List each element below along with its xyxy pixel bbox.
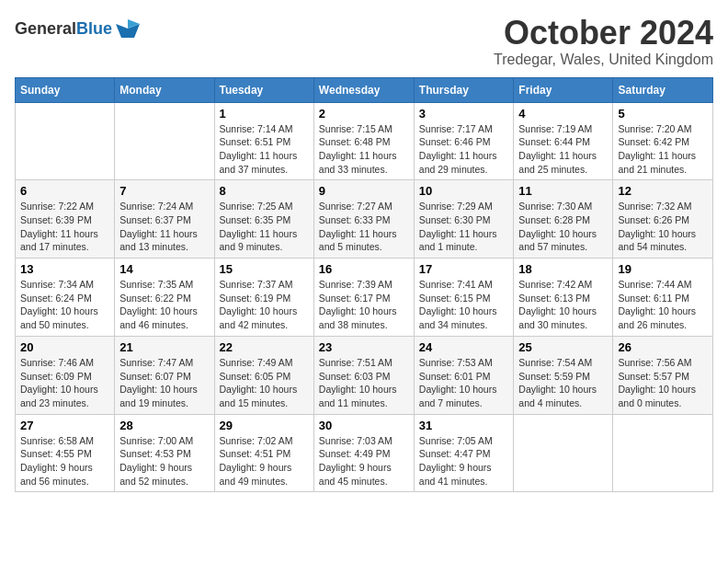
day-info: Sunrise: 7:51 AMSunset: 6:03 PMDaylight:… bbox=[319, 356, 409, 410]
day-info: Sunrise: 6:58 AMSunset: 4:55 PMDaylight:… bbox=[20, 434, 109, 488]
day-number: 28 bbox=[119, 419, 209, 432]
calendar-cell: 18Sunrise: 7:42 AMSunset: 6:13 PMDayligh… bbox=[514, 259, 613, 337]
day-info: Sunrise: 7:19 AMSunset: 6:44 PMDaylight:… bbox=[518, 122, 608, 177]
day-number: 27 bbox=[20, 419, 109, 432]
calendar-week-row: 27Sunrise: 6:58 AMSunset: 4:55 PMDayligh… bbox=[16, 414, 713, 492]
calendar-cell: 26Sunrise: 7:56 AMSunset: 5:57 PMDayligh… bbox=[613, 336, 713, 414]
calendar-cell: 14Sunrise: 7:35 AMSunset: 6:22 PMDayligh… bbox=[115, 259, 214, 337]
day-info: Sunrise: 7:32 AMSunset: 6:26 PMDaylight:… bbox=[618, 200, 708, 254]
day-info: Sunrise: 7:46 AMSunset: 6:09 PMDaylight:… bbox=[20, 356, 109, 410]
day-number: 25 bbox=[518, 340, 608, 354]
day-number: 30 bbox=[319, 419, 409, 432]
day-number: 12 bbox=[618, 184, 708, 198]
day-number: 9 bbox=[319, 184, 409, 198]
calendar-cell: 31Sunrise: 7:05 AMSunset: 4:47 PMDayligh… bbox=[414, 414, 514, 492]
day-info: Sunrise: 7:49 AMSunset: 6:05 PMDaylight:… bbox=[220, 356, 309, 410]
calendar-cell: 24Sunrise: 7:53 AMSunset: 6:01 PMDayligh… bbox=[414, 336, 514, 414]
day-info: Sunrise: 7:54 AMSunset: 5:59 PMDaylight:… bbox=[518, 356, 608, 410]
logo-blue: Blue bbox=[76, 19, 112, 38]
day-number: 31 bbox=[419, 419, 509, 432]
calendar-week-row: 1Sunrise: 7:14 AMSunset: 6:51 PMDaylight… bbox=[16, 102, 713, 180]
day-number: 23 bbox=[319, 340, 409, 354]
calendar-header-friday: Friday bbox=[514, 77, 613, 102]
calendar-cell: 3Sunrise: 7:17 AMSunset: 6:46 PMDaylight… bbox=[414, 102, 514, 180]
day-info: Sunrise: 7:47 AMSunset: 6:07 PMDaylight:… bbox=[119, 356, 209, 410]
calendar-week-row: 20Sunrise: 7:46 AMSunset: 6:09 PMDayligh… bbox=[16, 336, 713, 414]
day-number: 4 bbox=[518, 107, 608, 121]
calendar-header-tuesday: Tuesday bbox=[214, 77, 313, 102]
calendar-cell: 30Sunrise: 7:03 AMSunset: 4:49 PMDayligh… bbox=[313, 414, 414, 492]
calendar-cell: 5Sunrise: 7:20 AMSunset: 6:42 PMDaylight… bbox=[613, 102, 713, 180]
day-number: 17 bbox=[419, 262, 509, 276]
calendar-cell: 16Sunrise: 7:39 AMSunset: 6:17 PMDayligh… bbox=[313, 259, 414, 337]
calendar-cell: 8Sunrise: 7:25 AMSunset: 6:35 PMDaylight… bbox=[214, 180, 313, 259]
calendar-header-wednesday: Wednesday bbox=[313, 77, 414, 102]
day-number: 2 bbox=[319, 107, 409, 121]
calendar-cell: 9Sunrise: 7:27 AMSunset: 6:33 PMDaylight… bbox=[313, 180, 414, 259]
calendar-week-row: 13Sunrise: 7:34 AMSunset: 6:24 PMDayligh… bbox=[16, 259, 713, 337]
calendar-cell: 21Sunrise: 7:47 AMSunset: 6:07 PMDayligh… bbox=[115, 336, 214, 414]
day-number: 29 bbox=[220, 419, 309, 432]
day-number: 19 bbox=[618, 262, 708, 276]
calendar-cell: 15Sunrise: 7:37 AMSunset: 6:19 PMDayligh… bbox=[214, 259, 313, 337]
day-info: Sunrise: 7:27 AMSunset: 6:33 PMDaylight:… bbox=[319, 200, 409, 254]
day-info: Sunrise: 7:03 AMSunset: 4:49 PMDaylight:… bbox=[319, 434, 409, 488]
calendar-cell: 6Sunrise: 7:22 AMSunset: 6:39 PMDaylight… bbox=[16, 180, 115, 259]
day-info: Sunrise: 7:30 AMSunset: 6:28 PMDaylight:… bbox=[518, 200, 608, 254]
day-number: 21 bbox=[119, 340, 209, 354]
calendar-cell: 4Sunrise: 7:19 AMSunset: 6:44 PMDaylight… bbox=[514, 102, 613, 180]
logo-general: General bbox=[15, 19, 76, 38]
day-number: 8 bbox=[220, 184, 309, 198]
day-info: Sunrise: 7:44 AMSunset: 6:11 PMDaylight:… bbox=[618, 278, 708, 332]
day-info: Sunrise: 7:14 AMSunset: 6:51 PMDaylight:… bbox=[220, 122, 309, 177]
calendar-cell bbox=[514, 414, 613, 492]
day-number: 11 bbox=[518, 184, 608, 198]
day-info: Sunrise: 7:42 AMSunset: 6:13 PMDaylight:… bbox=[518, 278, 608, 332]
day-info: Sunrise: 7:20 AMSunset: 6:42 PMDaylight:… bbox=[618, 122, 708, 177]
day-number: 22 bbox=[220, 340, 309, 354]
logo-icon bbox=[114, 15, 142, 42]
calendar-cell bbox=[16, 102, 115, 180]
calendar-header-monday: Monday bbox=[115, 77, 214, 102]
calendar-cell: 19Sunrise: 7:44 AMSunset: 6:11 PMDayligh… bbox=[613, 259, 713, 337]
calendar-cell: 12Sunrise: 7:32 AMSunset: 6:26 PMDayligh… bbox=[613, 180, 713, 259]
calendar-cell: 23Sunrise: 7:51 AMSunset: 6:03 PMDayligh… bbox=[313, 336, 414, 414]
calendar-cell: 22Sunrise: 7:49 AMSunset: 6:05 PMDayligh… bbox=[214, 336, 313, 414]
logo: GeneralBlue bbox=[15, 15, 142, 42]
day-number: 3 bbox=[419, 107, 509, 121]
day-number: 7 bbox=[119, 184, 209, 198]
day-info: Sunrise: 7:56 AMSunset: 5:57 PMDaylight:… bbox=[618, 356, 708, 410]
day-number: 18 bbox=[518, 262, 608, 276]
day-info: Sunrise: 7:05 AMSunset: 4:47 PMDaylight:… bbox=[419, 434, 509, 488]
day-number: 20 bbox=[20, 340, 109, 354]
day-info: Sunrise: 7:35 AMSunset: 6:22 PMDaylight:… bbox=[119, 278, 209, 332]
day-number: 24 bbox=[419, 340, 509, 354]
day-number: 10 bbox=[419, 184, 509, 198]
calendar-cell: 17Sunrise: 7:41 AMSunset: 6:15 PMDayligh… bbox=[414, 259, 514, 337]
calendar-table: SundayMondayTuesdayWednesdayThursdayFrid… bbox=[15, 77, 713, 493]
day-number: 13 bbox=[20, 262, 109, 276]
calendar-cell: 1Sunrise: 7:14 AMSunset: 6:51 PMDaylight… bbox=[214, 102, 313, 180]
page-header: GeneralBlue October 2024 Tredegar, Wales… bbox=[15, 15, 713, 68]
calendar-cell: 25Sunrise: 7:54 AMSunset: 5:59 PMDayligh… bbox=[514, 336, 613, 414]
calendar-cell: 7Sunrise: 7:24 AMSunset: 6:37 PMDaylight… bbox=[115, 180, 214, 259]
day-info: Sunrise: 7:53 AMSunset: 6:01 PMDaylight:… bbox=[419, 356, 509, 410]
day-info: Sunrise: 7:00 AMSunset: 4:53 PMDaylight:… bbox=[119, 434, 209, 488]
calendar-cell: 27Sunrise: 6:58 AMSunset: 4:55 PMDayligh… bbox=[16, 414, 115, 492]
day-info: Sunrise: 7:24 AMSunset: 6:37 PMDaylight:… bbox=[119, 200, 209, 254]
day-number: 16 bbox=[319, 262, 409, 276]
day-number: 6 bbox=[20, 184, 109, 198]
day-number: 14 bbox=[119, 262, 209, 276]
day-number: 1 bbox=[220, 107, 309, 121]
calendar-cell: 29Sunrise: 7:02 AMSunset: 4:51 PMDayligh… bbox=[214, 414, 313, 492]
day-info: Sunrise: 7:34 AMSunset: 6:24 PMDaylight:… bbox=[20, 278, 109, 332]
calendar-cell: 13Sunrise: 7:34 AMSunset: 6:24 PMDayligh… bbox=[16, 259, 115, 337]
day-number: 5 bbox=[618, 107, 708, 121]
title-block: October 2024 Tredegar, Wales, United Kin… bbox=[494, 15, 713, 68]
day-number: 26 bbox=[618, 340, 708, 354]
calendar-cell: 28Sunrise: 7:00 AMSunset: 4:53 PMDayligh… bbox=[115, 414, 214, 492]
day-info: Sunrise: 7:02 AMSunset: 4:51 PMDaylight:… bbox=[220, 434, 309, 488]
calendar-cell bbox=[613, 414, 713, 492]
calendar-cell: 2Sunrise: 7:15 AMSunset: 6:48 PMDaylight… bbox=[313, 102, 414, 180]
day-info: Sunrise: 7:39 AMSunset: 6:17 PMDaylight:… bbox=[319, 278, 409, 332]
